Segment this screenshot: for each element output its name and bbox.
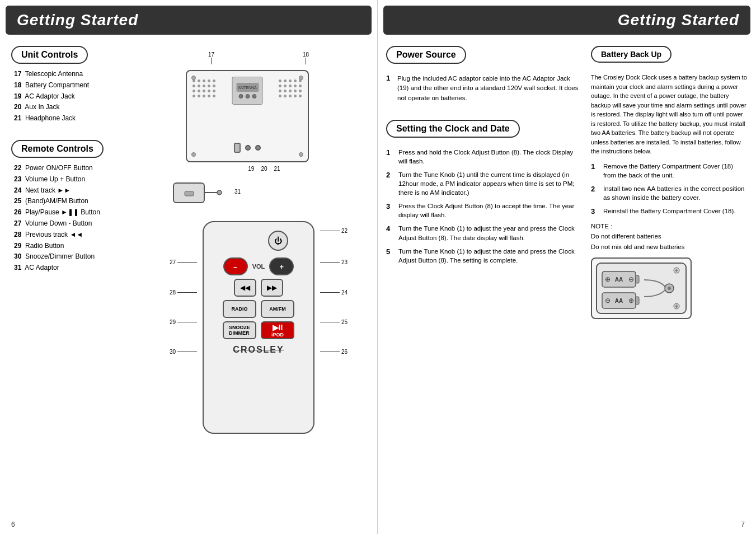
clock-steps-list: 1 Press and hold the Clock Adjust Button… xyxy=(386,148,583,265)
remote-controls-list: 22 Power ON/OFF Button 23 Volume Up + Bu… xyxy=(11,163,145,273)
label-21: 21 xyxy=(274,166,280,172)
vol-label: VOL xyxy=(252,263,265,270)
battery-body: The Crosley Dock Clock uses a battery ba… xyxy=(591,73,748,156)
svg-point-3 xyxy=(217,190,222,195)
ann-24: 24 xyxy=(320,289,348,296)
amfm-btn[interactable]: AM/FM xyxy=(261,300,294,318)
ann-26: 26 xyxy=(320,349,348,355)
nav-row-1: ◀◀ ▶▶ xyxy=(209,279,308,297)
unit-item-21: 21 Headphone Jack xyxy=(14,114,145,123)
unit-item-20: 20 Aux In Jack xyxy=(14,102,145,112)
page-num-left: 6 xyxy=(11,521,15,528)
device-top: ANTENNA xyxy=(186,70,309,162)
label-18: 18 xyxy=(303,51,309,58)
col-battery: Battery Back Up The Crosley Dock Clock u… xyxy=(591,46,748,319)
col-power-clock: Power Source 1 Plug the included AC adap… xyxy=(386,46,583,319)
power-step-num: 1 xyxy=(386,74,394,109)
svg-text:AA: AA xyxy=(615,277,623,283)
vol-minus-btn[interactable]: – xyxy=(223,257,248,275)
center-display: ANTENNA xyxy=(232,77,263,105)
vol-row: – VOL + xyxy=(209,257,308,275)
power-btn-area: ⏻ xyxy=(268,231,299,253)
ann-27: 27 xyxy=(170,259,197,265)
svg-text:⊖: ⊖ xyxy=(605,297,611,305)
ipod-btn[interactable]: ▶II iPOD xyxy=(261,321,294,339)
battery-title: Battery Back Up xyxy=(591,46,672,63)
svg-text:⊖: ⊖ xyxy=(628,275,634,283)
battery-step-1: 1 Remove the Battery Compartment Cover (… xyxy=(591,162,748,180)
unit-controls-section: Unit Controls 17 Telescopic Antenna 18 B… xyxy=(11,46,145,123)
ann-28: 28 xyxy=(170,289,197,296)
right-content: Power Source 1 Plug the included AC adap… xyxy=(378,40,756,325)
remote-item-23: 23 Volume Up + Button xyxy=(14,175,145,184)
prev-btn[interactable]: ◀◀ xyxy=(234,279,256,297)
snooze-label: SNOOZEDIMMER xyxy=(229,325,250,336)
power-step-1-row: 1 Plug the included AC adaptor cable int… xyxy=(386,74,583,109)
left-content: Unit Controls 17 Telescopic Antenna 18 B… xyxy=(0,40,377,439)
label-20: 20 xyxy=(261,166,267,172)
left-header: Getting Started xyxy=(6,6,372,35)
label-17: 17 xyxy=(208,51,214,58)
top-device-area: 17 18 xyxy=(186,51,331,172)
clock-step-4: 4 Turn the Tune Knob (1) to adjust the y… xyxy=(386,224,583,242)
remote-item-31: 31 AC Adaptor xyxy=(14,263,145,273)
left-grille xyxy=(192,79,216,98)
battery-steps-list: 1 Remove the Battery Compartment Cover (… xyxy=(591,162,748,217)
label-31: 31 xyxy=(234,189,241,195)
amfm-label: AM/FM xyxy=(269,306,286,312)
small-controls xyxy=(238,94,256,99)
port-row xyxy=(234,143,261,153)
svg-text:⊕: ⊕ xyxy=(605,275,611,283)
battery-step-2: 2 Install two new AA batteries in the co… xyxy=(591,184,748,202)
remote-with-annotations: ⏻ – VOL + ◀◀ ▶▶ xyxy=(203,221,314,434)
remote-item-30: 30 Snooze/Dimmer Button xyxy=(14,252,145,261)
remote-item-24: 24 Next track ►► xyxy=(14,186,145,195)
remote-area: ⏻ – VOL + ◀◀ ▶▶ xyxy=(203,221,314,434)
play-pause-icon: ▶II xyxy=(273,323,283,332)
remote-item-25: 25 (Band)AM/FM Button xyxy=(14,196,145,206)
battery-step-3: 3 Reinstall the Battery Compartment Cove… xyxy=(591,207,748,217)
adaptor-area: 31 xyxy=(151,177,366,213)
ann-23: 23 xyxy=(320,259,348,265)
radio-btn[interactable]: RADIO xyxy=(223,300,256,318)
ann-25: 25 xyxy=(320,319,348,325)
remote-item-28: 28 Previous track ◄◄ xyxy=(14,230,145,240)
svg-text:AA: AA xyxy=(615,298,623,304)
ann-22: 22 xyxy=(320,228,348,234)
unit-controls-list: 17 Telescopic Antenna 18 Battery Compart… xyxy=(11,69,145,123)
bottom-nums: 19 20 21 xyxy=(186,166,331,172)
page-num-right: 7 xyxy=(741,521,745,528)
svg-rect-6 xyxy=(636,275,639,283)
vol-plus-btn[interactable]: + xyxy=(269,257,294,275)
label-19: 19 xyxy=(248,166,254,172)
radio-label: RADIO xyxy=(232,306,248,312)
battery-image: AA ⊕ ⊖ AA ⊕ ⊖ xyxy=(591,257,692,319)
battery-svg: AA ⊕ ⊖ AA ⊕ ⊖ xyxy=(594,260,689,316)
svg-point-16 xyxy=(668,287,671,290)
ipod-label: iPOD xyxy=(271,332,284,338)
next-btn[interactable]: ▶▶ xyxy=(261,279,283,297)
display-screen: ANTENNA xyxy=(236,83,259,92)
right-header: Getting Started xyxy=(383,6,750,35)
svg-rect-1 xyxy=(185,191,194,196)
top-nums: 17 18 xyxy=(186,51,331,58)
remote-controls-title: Remote Controls xyxy=(11,140,104,158)
page-right: Getting Started Power Source 1 Plug the … xyxy=(378,0,756,534)
remote-item-27: 27 Volume Down - Button xyxy=(14,219,145,228)
controls-panel: Unit Controls 17 Telescopic Antenna 18 B… xyxy=(11,46,145,434)
unit-item-19: 19 AC Adaptor Jack xyxy=(14,92,145,101)
unit-item-18: 18 Battery Compartment xyxy=(14,81,145,90)
snooze-btn[interactable]: SNOOZEDIMMER xyxy=(223,321,256,339)
remote-item-29: 29 Radio Button xyxy=(14,241,145,251)
note-line-1: Do not different batteries xyxy=(591,231,748,241)
power-button[interactable]: ⏻ xyxy=(268,231,288,251)
func-row-2: SNOOZEDIMMER ▶II iPOD xyxy=(209,321,308,339)
power-source-section: Power Source 1 Plug the included AC adap… xyxy=(386,46,583,109)
antenna-text: ANTENNA xyxy=(238,86,256,90)
adaptor-shape: 31 xyxy=(168,177,224,213)
svg-rect-11 xyxy=(636,297,639,305)
remote-item-26: 26 Play/Pause ►❚❚ Button xyxy=(14,208,145,217)
remote-controls-section: Remote Controls 22 Power ON/OFF Button 2… xyxy=(11,140,145,273)
remote-body: ⏻ – VOL + ◀◀ ▶▶ xyxy=(203,221,314,434)
clock-step-2: 2 Turn the Tune Knob (1) until the curre… xyxy=(386,170,583,197)
